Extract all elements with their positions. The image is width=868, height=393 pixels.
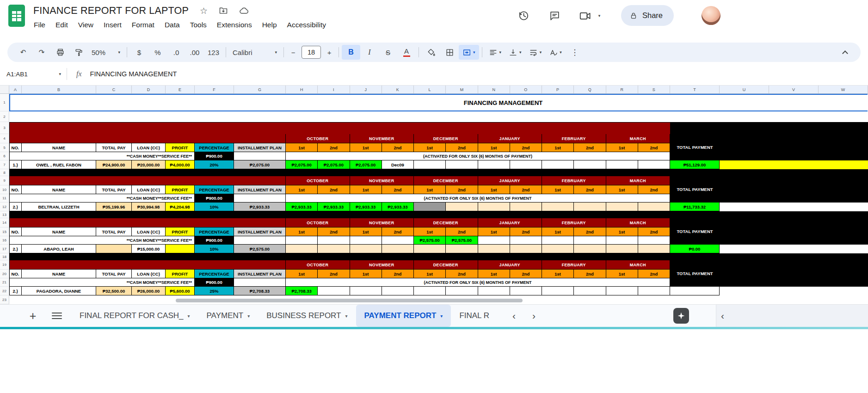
column-label[interactable]: PROFIT — [166, 143, 195, 152]
all-sheets-button[interactable] — [52, 313, 62, 319]
month-header[interactable]: JANUARY — [478, 218, 542, 227]
column-label[interactable]: NAME — [22, 143, 96, 152]
sub-label[interactable]: 2nd — [638, 143, 670, 152]
payment-cell[interactable] — [446, 203, 478, 211]
sub-label[interactable]: 1st — [414, 270, 446, 278]
grid-cell[interactable] — [318, 236, 350, 245]
payment-cell[interactable] — [542, 245, 574, 253]
payment-cell[interactable] — [606, 287, 638, 295]
row-header-10[interactable]: 10 — [0, 185, 9, 194]
grid-cell[interactable] — [234, 236, 286, 245]
sub-label[interactable]: 1st — [606, 143, 638, 152]
strikethrough-button[interactable]: S — [379, 45, 397, 60]
row-header-21[interactable]: 21 — [0, 278, 9, 287]
profit-cell[interactable]: ₱4,204.98 — [166, 203, 195, 211]
percent-format-button[interactable]: % — [148, 45, 167, 60]
column-header-K[interactable]: K — [382, 86, 414, 94]
column-label[interactable]: PERCENTAGE — [195, 143, 234, 152]
sub-label[interactable]: 1st — [542, 143, 574, 152]
separator-row[interactable] — [9, 211, 868, 218]
sheet-tab-payment-report[interactable]: PAYMENT REPORT▾ — [356, 305, 451, 327]
row-header-20[interactable]: 20 — [0, 270, 9, 278]
month-header[interactable]: OCTOBER — [286, 218, 350, 227]
service-fee-cell[interactable]: ₱900.00 — [195, 236, 234, 245]
month-header[interactable]: DECEMBER — [414, 218, 478, 227]
month-header[interactable]: FEBRUARY — [542, 218, 606, 227]
sheet-tab-final-report-for-cash-[interactable]: FINAL REPORT FOR CASH_▾ — [71, 305, 198, 327]
black-cell[interactable] — [670, 227, 868, 236]
payment-cell[interactable] — [574, 160, 606, 169]
row-header-9[interactable]: 9 — [0, 176, 9, 185]
payment-cell[interactable]: ₱2,075.00 — [318, 160, 350, 169]
menu-help[interactable]: Help — [257, 19, 282, 31]
row-header-17[interactable]: 17 — [0, 245, 9, 253]
share-button[interactable]: Share — [621, 5, 674, 26]
payment-cell[interactable]: ₱2,933.33 — [318, 203, 350, 211]
month-header[interactable]: JANUARY — [478, 176, 542, 185]
menu-format[interactable]: Format — [127, 19, 160, 31]
sub-label[interactable]: 2nd — [446, 227, 478, 236]
column-header-V[interactable]: V — [769, 86, 819, 94]
row-header-6[interactable]: 6 — [0, 152, 9, 160]
sub-label[interactable]: 2nd — [510, 227, 542, 236]
payment-cell[interactable] — [382, 287, 414, 295]
no-cell[interactable]: 2.) — [9, 287, 22, 295]
payment-cell[interactable] — [478, 245, 510, 253]
column-header-O[interactable]: O — [510, 86, 542, 94]
cash-money-label[interactable]: **CASH MONEY**SERVICE FEE** — [9, 194, 195, 203]
payment-cell[interactable] — [414, 245, 446, 253]
black-cell[interactable] — [670, 194, 868, 203]
add-sheet-button[interactable]: + — [26, 309, 40, 323]
month-header[interactable]: MARCH — [606, 218, 671, 227]
month-header[interactable]: FEBRUARY — [542, 176, 606, 185]
row-header-14[interactable]: 14 — [0, 218, 9, 227]
undo-button[interactable]: ↶ — [14, 45, 32, 60]
month-header[interactable]: NOVEMBER — [350, 176, 414, 185]
column-header-R[interactable]: R — [606, 86, 638, 94]
sheets-logo[interactable] — [8, 5, 25, 27]
total-payment-cell[interactable]: ₱51,129.00 — [670, 160, 720, 169]
installment-cell[interactable]: ₱2,075.00 — [234, 160, 286, 169]
sub-label[interactable]: 1st — [350, 227, 382, 236]
column-header-D[interactable]: D — [132, 86, 166, 94]
grid-cell[interactable] — [286, 236, 318, 245]
profit-cell[interactable]: ₱5,600.00 — [166, 287, 195, 295]
sub-label[interactable]: 2nd — [638, 270, 670, 278]
column-label[interactable]: LOAN (CC) — [132, 185, 166, 194]
column-header-S[interactable]: S — [638, 86, 670, 94]
column-label[interactable]: NAME — [22, 185, 96, 194]
column-header-T[interactable]: T — [670, 86, 720, 94]
sub-label[interactable]: 1st — [478, 143, 510, 152]
total-pay-cell[interactable]: ₱32,500.00 — [96, 287, 132, 295]
sub-label[interactable]: 1st — [350, 270, 382, 278]
row-header-4[interactable]: 4 — [0, 134, 9, 143]
grid-cell[interactable] — [234, 278, 286, 287]
payment-cell[interactable] — [606, 160, 638, 169]
payment-cell[interactable] — [286, 245, 318, 253]
grid-cell[interactable] — [350, 236, 382, 245]
sub-label[interactable]: 2nd — [510, 143, 542, 152]
column-header-L[interactable]: L — [414, 86, 446, 94]
grid-cell[interactable] — [638, 236, 670, 245]
collapse-toolbar-button[interactable] — [836, 45, 854, 60]
sub-label[interactable]: 1st — [350, 185, 382, 194]
right-strip[interactable] — [720, 245, 868, 253]
sub-label[interactable]: 2nd — [574, 227, 606, 236]
sub-label[interactable]: 1st — [350, 143, 382, 152]
payment-cell[interactable]: Dec09 — [382, 160, 414, 169]
black-cell[interactable] — [670, 270, 868, 278]
currency-format-button[interactable]: $ — [130, 45, 148, 60]
payment-cell[interactable]: ₱2,075.00 — [350, 160, 382, 169]
column-header-M[interactable]: M — [446, 86, 478, 94]
grid-cell[interactable] — [574, 236, 606, 245]
sheet-tab-payment[interactable]: PAYMENT▾ — [198, 305, 259, 327]
sub-label[interactable]: 2nd — [318, 227, 350, 236]
payment-cell[interactable]: ₱2,933.33 — [286, 203, 318, 211]
column-label[interactable]: TOTAL PAY — [96, 143, 132, 152]
payment-cell[interactable] — [638, 203, 670, 211]
right-strip[interactable] — [720, 203, 868, 211]
payment-cell[interactable] — [478, 203, 510, 211]
no-cell[interactable]: 2.) — [9, 203, 22, 211]
payment-cell[interactable] — [318, 245, 350, 253]
column-label[interactable]: LOAN (CC) — [132, 227, 166, 236]
